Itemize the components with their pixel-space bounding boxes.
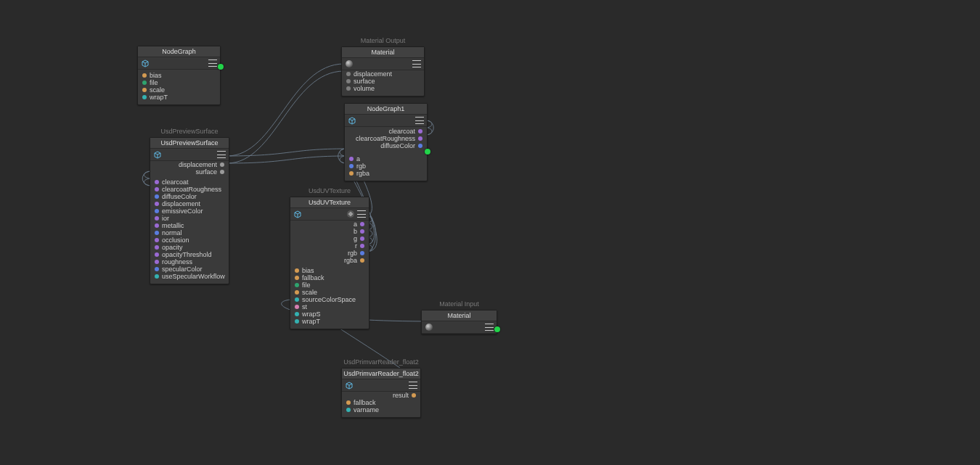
port-clearcoat[interactable]: clearcoat bbox=[349, 128, 422, 135]
gear-icon[interactable] bbox=[347, 210, 354, 218]
port-bias[interactable]: bias bbox=[142, 72, 216, 79]
port-label: scale bbox=[150, 86, 165, 94]
port-scale[interactable]: scale bbox=[142, 86, 216, 94]
port-ior[interactable]: ior bbox=[155, 215, 224, 222]
port-occlusion[interactable]: occlusion bbox=[155, 236, 224, 244]
port-r[interactable]: r bbox=[295, 242, 364, 250]
port-surface[interactable]: surface bbox=[346, 78, 420, 85]
node-menu-icon[interactable] bbox=[217, 151, 226, 158]
port-emissivecolor[interactable]: emissiveColor bbox=[155, 207, 224, 215]
node-material-output[interactable]: Material Output Material displacementsur… bbox=[341, 46, 425, 96]
port-label: fallback bbox=[302, 274, 324, 281]
port-dot-icon bbox=[155, 245, 159, 250]
port-displacement[interactable]: displacement bbox=[346, 70, 420, 78]
port-label: diffuseColor bbox=[162, 193, 197, 200]
node-supertitle: Material Output bbox=[342, 37, 424, 44]
port-label: wrapT bbox=[150, 94, 168, 101]
port-wrapt[interactable]: wrapT bbox=[142, 94, 216, 101]
port-usespecularworkflow[interactable]: useSpecularWorkflow bbox=[155, 273, 224, 280]
port-label: g bbox=[354, 235, 357, 242]
port-wrapt[interactable]: wrapT bbox=[295, 318, 364, 325]
port-label: wrapS bbox=[302, 310, 321, 318]
node-menu-icon[interactable] bbox=[415, 117, 424, 124]
sphere-icon bbox=[425, 323, 433, 332]
port-label: a bbox=[354, 221, 357, 228]
port-dot-icon bbox=[155, 260, 159, 264]
port-label: volume bbox=[354, 85, 375, 92]
port-dot-icon bbox=[349, 171, 354, 176]
port-a[interactable]: a bbox=[349, 155, 422, 162]
port-displacement[interactable]: displacement bbox=[155, 161, 224, 168]
port-dot-icon bbox=[295, 312, 299, 316]
port-rgb[interactable]: rgb bbox=[295, 250, 364, 257]
port-metallic[interactable]: metallic bbox=[155, 222, 224, 229]
port-clearcoatroughness[interactable]: clearcoatRoughness bbox=[155, 186, 224, 193]
port-opacitythreshold[interactable]: opacityThreshold bbox=[155, 251, 224, 258]
port-dot-icon bbox=[155, 194, 159, 199]
port-dot-icon bbox=[360, 258, 364, 263]
port-dot-icon bbox=[349, 157, 354, 161]
port-label: metallic bbox=[162, 222, 184, 229]
port-dot-icon bbox=[155, 274, 159, 279]
node-supertitle: UsdPreviewSurface bbox=[150, 128, 229, 135]
port-clearcoat[interactable]: clearcoat bbox=[155, 178, 224, 186]
port-specularcolor[interactable]: specularColor bbox=[155, 266, 224, 273]
expose-marker bbox=[218, 64, 224, 70]
port-a[interactable]: a bbox=[295, 221, 364, 228]
port-dot-icon bbox=[155, 267, 159, 271]
port-g[interactable]: g bbox=[295, 235, 364, 242]
node-menu-icon[interactable] bbox=[208, 59, 217, 67]
port-fallback[interactable]: fallback bbox=[346, 399, 416, 406]
port-label: result bbox=[393, 392, 409, 399]
port-label: rgb bbox=[348, 250, 357, 257]
port-normal[interactable]: normal bbox=[155, 229, 224, 236]
port-rgba[interactable]: rgba bbox=[295, 257, 364, 264]
port-dot-icon bbox=[155, 231, 159, 235]
port-dot-icon bbox=[155, 209, 159, 213]
port-sourcecolorspace[interactable]: sourceColorSpace bbox=[295, 296, 364, 303]
node-usd-uv-texture[interactable]: UsdUVTexture UsdUVTexture abgrrgbrgba bi… bbox=[290, 197, 369, 329]
node-nodegraph1[interactable]: NodeGraph1 clearcoatclearcoatRoughnessdi… bbox=[344, 103, 428, 181]
node-nodegraph[interactable]: NodeGraph biasfilescalewrapT bbox=[137, 46, 221, 105]
port-dot-icon bbox=[155, 238, 159, 242]
expose-marker bbox=[494, 326, 500, 332]
port-dot-icon bbox=[295, 319, 299, 324]
port-rgba[interactable]: rgba bbox=[349, 170, 422, 177]
port-bias[interactable]: bias bbox=[295, 267, 364, 274]
port-st[interactable]: st bbox=[295, 303, 364, 310]
port-varname[interactable]: varname bbox=[346, 406, 416, 413]
port-dot-icon bbox=[360, 251, 364, 255]
port-scale[interactable]: scale bbox=[295, 289, 364, 296]
port-opacity[interactable]: opacity bbox=[155, 244, 224, 251]
node-supertitle: Material Input bbox=[422, 300, 497, 308]
port-label: bias bbox=[150, 72, 162, 79]
port-volume[interactable]: volume bbox=[346, 85, 420, 92]
port-displacement[interactable]: displacement bbox=[155, 200, 224, 207]
node-material-input[interactable]: Material Input Material bbox=[421, 310, 497, 334]
node-usd-primvar-reader[interactable]: UsdPrimvarReader_float2 UsdPrimvarReader… bbox=[341, 368, 421, 418]
port-clearcoatroughness[interactable]: clearcoatRoughness bbox=[349, 135, 422, 142]
port-fallback[interactable]: fallback bbox=[295, 274, 364, 281]
port-roughness[interactable]: roughness bbox=[155, 258, 224, 266]
node-menu-icon[interactable] bbox=[357, 210, 366, 218]
port-diffusecolor[interactable]: diffuseColor bbox=[349, 142, 422, 149]
port-label: rgba bbox=[344, 257, 357, 264]
port-rgb[interactable]: rgb bbox=[349, 162, 422, 170]
node-menu-icon[interactable] bbox=[412, 60, 421, 67]
node-menu-icon[interactable] bbox=[409, 382, 417, 389]
node-usd-preview-surface[interactable]: UsdPreviewSurface UsdPreviewSurface disp… bbox=[150, 137, 229, 284]
port-label: displacement bbox=[354, 70, 392, 78]
port-result[interactable]: result bbox=[346, 392, 416, 399]
cube-icon bbox=[293, 210, 302, 218]
port-diffusecolor[interactable]: diffuseColor bbox=[155, 193, 224, 200]
port-file[interactable]: file bbox=[295, 281, 364, 289]
port-b[interactable]: b bbox=[295, 228, 364, 235]
port-label: emissiveColor bbox=[162, 207, 203, 215]
port-dot-icon bbox=[346, 408, 351, 412]
port-surface[interactable]: surface bbox=[155, 168, 224, 176]
cube-icon bbox=[153, 150, 162, 159]
port-file[interactable]: file bbox=[142, 79, 216, 86]
port-wraps[interactable]: wrapS bbox=[295, 310, 364, 318]
node-menu-icon[interactable] bbox=[485, 324, 494, 331]
port-dot-icon bbox=[155, 202, 159, 206]
